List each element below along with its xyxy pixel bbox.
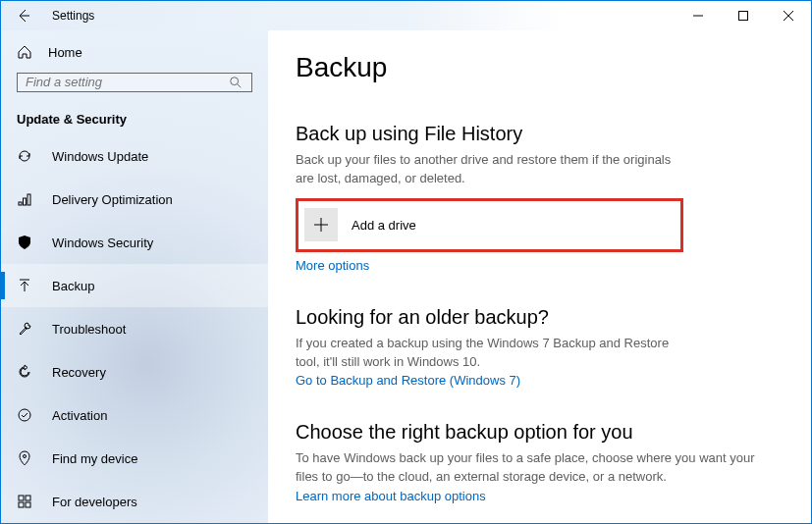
svg-rect-9 <box>27 194 30 205</box>
maximize-icon <box>735 8 751 24</box>
recovery-icon <box>17 364 32 380</box>
svg-line-6 <box>238 84 242 88</box>
shield-icon <box>17 235 32 250</box>
wrench-icon <box>17 321 32 337</box>
svg-point-5 <box>231 78 239 85</box>
sidebar-item-activation[interactable]: Activation <box>1 393 268 437</box>
sidebar-item-troubleshoot[interactable]: Troubleshoot <box>1 307 268 350</box>
svg-rect-13 <box>19 496 24 500</box>
search-input[interactable] <box>26 75 228 89</box>
sidebar-item-backup[interactable]: Backup <box>1 264 268 307</box>
add-drive-label: Add a drive <box>352 218 416 233</box>
choose-option-section: Choose the right backup option for you T… <box>296 421 784 503</box>
category-label: Update & Security <box>1 102 268 134</box>
close-icon <box>781 8 796 24</box>
settings-window: Settings Home <box>0 0 812 524</box>
plus-tile <box>304 208 338 241</box>
svg-point-12 <box>24 455 27 458</box>
sidebar-item-label: For developers <box>52 495 137 509</box>
svg-rect-8 <box>24 198 27 205</box>
titlebar: Settings <box>1 1 811 30</box>
sidebar: Home Update & Security Windows Update De… <box>1 30 268 523</box>
sidebar-item-label: Windows Update <box>52 149 148 164</box>
check-circle-icon <box>17 407 32 423</box>
section-description: If you created a backup using the Window… <box>296 335 688 372</box>
more-options-link[interactable]: More options <box>296 258 369 273</box>
maximize-button[interactable] <box>721 1 766 30</box>
section-description: Back up your files to another drive and … <box>296 151 688 188</box>
sync-icon <box>17 148 32 164</box>
section-title: Back up using File History <box>296 123 784 145</box>
older-backup-section: Looking for an older backup? If you crea… <box>296 306 784 389</box>
sidebar-item-label: Troubleshoot <box>52 322 126 337</box>
home-label: Home <box>48 45 82 60</box>
sidebar-item-delivery-optimization[interactable]: Delivery Optimization <box>1 178 268 221</box>
file-history-section: Back up using File History Back up your … <box>296 123 784 273</box>
sidebar-item-label: Activation <box>52 408 107 423</box>
sidebar-item-label: Find my device <box>52 451 137 466</box>
backup-icon <box>17 278 32 293</box>
close-button[interactable] <box>766 1 811 30</box>
svg-rect-14 <box>26 496 30 500</box>
sidebar-item-label: Delivery Optimization <box>52 192 173 207</box>
sidebar-item-label: Backup <box>52 279 94 293</box>
svg-rect-15 <box>19 502 24 507</box>
section-title: Choose the right backup option for you <box>296 421 784 444</box>
svg-point-11 <box>19 409 30 421</box>
home-button[interactable]: Home <box>1 40 268 65</box>
svg-rect-2 <box>739 12 748 21</box>
minimize-icon <box>690 8 706 24</box>
sidebar-item-windows-security[interactable]: Windows Security <box>1 221 268 264</box>
section-title: Looking for an older backup? <box>296 306 784 329</box>
content-area: Backup Back up using File History Back u… <box>268 30 811 523</box>
highlight-box: Add a drive <box>296 198 683 252</box>
developers-icon <box>17 494 32 509</box>
sidebar-item-label: Windows Security <box>52 236 153 250</box>
location-icon <box>17 450 32 466</box>
nav-list: Windows Update Delivery Optimization Win… <box>1 134 268 523</box>
window-controls <box>676 1 811 30</box>
sidebar-item-recovery[interactable]: Recovery <box>1 350 268 393</box>
section-description: To have Windows back up your files to a … <box>296 449 767 487</box>
search-box[interactable] <box>17 73 252 92</box>
window-title: Settings <box>52 9 94 23</box>
back-button[interactable] <box>1 1 46 30</box>
plus-icon <box>313 217 329 233</box>
page-title: Backup <box>296 52 784 83</box>
arrow-left-icon <box>16 8 31 24</box>
svg-rect-7 <box>19 202 22 205</box>
search-icon <box>228 75 244 90</box>
sidebar-item-find-my-device[interactable]: Find my device <box>1 437 268 480</box>
home-icon <box>17 44 32 60</box>
optimization-icon <box>17 191 32 207</box>
sidebar-item-label: Recovery <box>52 365 106 380</box>
body: Home Update & Security Windows Update De… <box>1 30 811 523</box>
add-drive-button[interactable]: Add a drive <box>300 203 678 247</box>
svg-rect-16 <box>26 502 30 507</box>
sidebar-item-windows-update[interactable]: Windows Update <box>1 134 268 178</box>
learn-more-link[interactable]: Learn more about backup options <box>296 489 486 503</box>
sidebar-item-for-developers[interactable]: For developers <box>1 480 268 523</box>
minimize-button[interactable] <box>676 1 721 30</box>
backup-restore-link[interactable]: Go to Backup and Restore (Windows 7) <box>296 373 520 388</box>
